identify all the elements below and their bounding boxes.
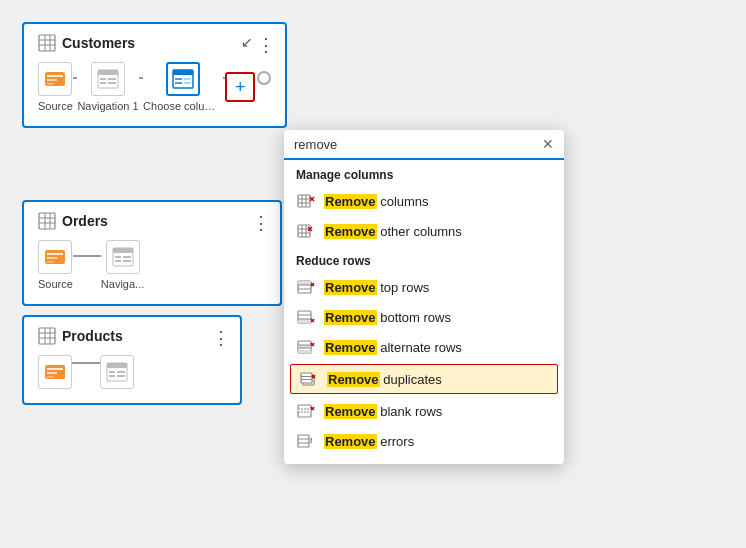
remove-top-rows-icon [296, 277, 316, 297]
customers-steps: Source Navigation 1 [38, 62, 271, 112]
svg-rect-6 [47, 75, 63, 77]
orders-source-icon-box [38, 240, 72, 274]
svg-rect-49 [117, 371, 125, 373]
reduce-rows-header: Reduce rows [284, 246, 564, 272]
remove-alternate-rows-item[interactable]: Remove alternate rows [284, 332, 564, 362]
products-steps [38, 355, 226, 389]
products-title-label: Products [62, 328, 123, 344]
products-nav-icon-box [100, 355, 134, 389]
remove-duplicates-icon [299, 369, 319, 389]
ellipsis-icon[interactable]: ⋮ [257, 34, 275, 56]
products-ellipsis-icon[interactable]: ⋮ [212, 327, 230, 349]
svg-rect-66 [298, 281, 311, 285]
svg-rect-7 [47, 79, 57, 81]
navigation-label: Navigation 1 [77, 100, 138, 112]
orders-card: Orders ⋮ Source [22, 200, 282, 306]
customers-card: Customers ↙ ⋮ Source [22, 22, 287, 128]
svg-text:!: ! [310, 437, 312, 444]
svg-rect-42 [47, 368, 63, 370]
remove-bottom-rows-text: Remove bottom rows [324, 310, 451, 325]
remove-columns-text: Remove columns [324, 194, 429, 209]
expand-icon[interactable]: ↙ [241, 34, 253, 50]
svg-rect-17 [175, 78, 182, 80]
svg-rect-19 [184, 78, 191, 80]
svg-rect-50 [117, 375, 125, 377]
remove-bottom-rows-item[interactable]: Remove bottom rows [284, 302, 564, 332]
orders-nav-label: Naviga... [101, 278, 144, 290]
table-icon [38, 327, 56, 345]
remove-other-columns-item[interactable]: Remove other columns [284, 216, 564, 246]
remove-other-columns-icon [296, 221, 316, 241]
svg-rect-72 [298, 319, 311, 323]
orders-nav-icon-box [106, 240, 140, 274]
products-connector [72, 362, 100, 364]
svg-rect-31 [113, 248, 133, 253]
remove-top-rows-item[interactable]: Remove top rows [284, 272, 564, 302]
orders-step-source[interactable]: Source [38, 240, 73, 290]
remove-columns-item[interactable]: Remove columns [284, 186, 564, 216]
svg-rect-33 [115, 260, 121, 262]
svg-rect-32 [115, 256, 121, 258]
products-step-nav[interactable] [100, 355, 134, 389]
remove-blank-rows-icon [296, 401, 316, 421]
remove-other-columns-text: Remove other columns [324, 224, 462, 239]
remove-highlight-1: Remove [324, 194, 377, 209]
orders-card-title: Orders [38, 212, 266, 230]
remove-errors-item[interactable]: ! Remove errors [284, 426, 564, 456]
orders-steps: Source Naviga... [38, 240, 266, 290]
remove-duplicates-text: Remove duplicates [327, 372, 442, 387]
svg-rect-11 [100, 78, 106, 80]
remove-blank-rows-text: Remove blank rows [324, 404, 442, 419]
source-label: Source [38, 100, 73, 112]
svg-rect-13 [108, 78, 116, 80]
svg-rect-29 [47, 261, 54, 263]
svg-rect-20 [184, 82, 191, 84]
svg-rect-18 [175, 82, 182, 84]
step-source[interactable]: Source [38, 62, 73, 112]
products-card-title: Products [38, 327, 226, 345]
orders-connector-1 [73, 255, 101, 257]
remove-blank-rows-item[interactable]: Remove blank rows [284, 396, 564, 426]
svg-rect-51 [298, 195, 310, 207]
remove-columns-icon [296, 191, 316, 211]
remove-alternate-rows-icon [296, 337, 316, 357]
products-card: Products ⋮ [22, 315, 242, 405]
add-step-button[interactable]: + [225, 72, 255, 102]
step-navigation[interactable]: Navigation 1 [77, 62, 138, 112]
end-connector [257, 71, 271, 85]
svg-rect-10 [98, 70, 118, 75]
orders-ellipsis-icon[interactable]: ⋮ [252, 212, 270, 234]
svg-rect-79 [298, 350, 311, 353]
search-dropdown: ✕ Manage columns Remove columns [284, 130, 564, 464]
svg-rect-85 [301, 373, 312, 383]
search-bar: ✕ [284, 130, 564, 160]
orders-title-label: Orders [62, 213, 108, 229]
svg-rect-48 [109, 375, 115, 377]
svg-rect-34 [123, 256, 131, 258]
svg-rect-43 [47, 372, 57, 374]
table-icon [38, 34, 56, 52]
products-step-source[interactable] [38, 355, 72, 389]
svg-rect-28 [47, 257, 57, 259]
remove-bottom-rows-icon [296, 307, 316, 327]
remove-duplicates-item[interactable]: Remove duplicates [290, 364, 558, 394]
step-choose-columns[interactable]: Choose columns [143, 62, 223, 112]
source-icon-box [38, 62, 72, 96]
svg-rect-36 [39, 328, 55, 344]
manage-columns-header: Manage columns [284, 160, 564, 186]
svg-rect-12 [100, 82, 106, 84]
search-input[interactable] [294, 137, 536, 152]
svg-rect-47 [109, 371, 115, 373]
remove-top-rows-text: Remove top rows [324, 280, 429, 295]
orders-step-nav[interactable]: Naviga... [101, 240, 144, 290]
svg-rect-44 [47, 376, 54, 378]
svg-rect-14 [108, 82, 116, 84]
customers-card-title: Customers [38, 34, 271, 52]
svg-rect-46 [107, 363, 127, 368]
svg-rect-8 [47, 83, 54, 85]
search-clear-button[interactable]: ✕ [542, 136, 554, 152]
step-add[interactable]: + [225, 72, 255, 102]
remove-alternate-rows-text: Remove alternate rows [324, 340, 462, 355]
navigation-icon-box [91, 62, 125, 96]
svg-rect-0 [39, 35, 55, 51]
